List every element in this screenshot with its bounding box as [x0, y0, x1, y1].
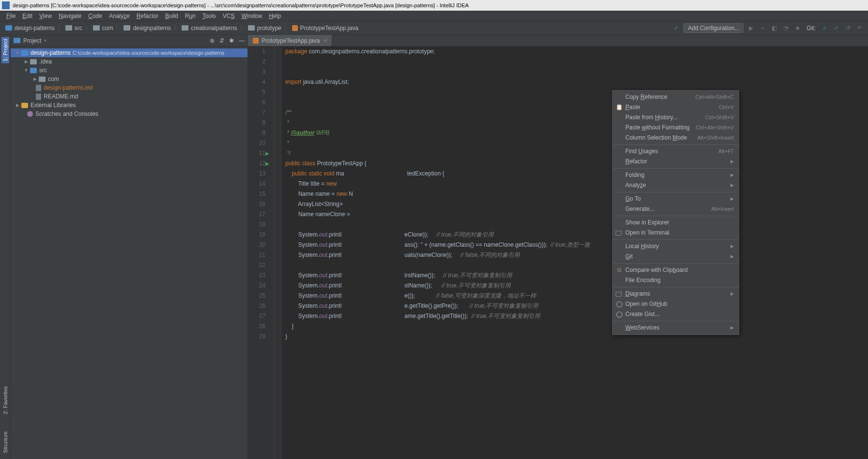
- source-folder-icon: [30, 68, 37, 73]
- menu-tools[interactable]: Tools: [199, 13, 219, 19]
- add-configuration-button[interactable]: Add Configuration...: [683, 23, 744, 33]
- collapse-all-icon[interactable]: ⇵: [219, 37, 224, 44]
- breadcrumb-com[interactable]: com: [92, 25, 115, 32]
- commit-icon[interactable]: ✓: [832, 24, 841, 32]
- git-label: Git:: [806, 25, 816, 32]
- breadcrumb-src[interactable]: src: [64, 25, 84, 32]
- ctx-local-history[interactable]: Local History▶: [613, 241, 739, 252]
- menu-code[interactable]: Code: [85, 13, 106, 19]
- ctx-open-in-terminal[interactable]: Open in Terminal: [613, 228, 739, 238]
- folder-icon: [30, 59, 37, 64]
- menu-help[interactable]: Help: [265, 13, 284, 19]
- ctx-git[interactable]: Git▶: [613, 252, 739, 262]
- library-icon: [21, 103, 28, 108]
- run-icon[interactable]: ▶: [746, 24, 755, 32]
- debug-icon[interactable]: ⌁: [758, 24, 767, 32]
- breadcrumb-prototype[interactable]: prototype: [247, 25, 283, 32]
- menu-window[interactable]: Window: [238, 13, 265, 19]
- editor-context-menu: Copy ReferenceCtrl+Alt+Shift+C📋PasteCtrl…: [612, 90, 739, 335]
- tool-tab-structure[interactable]: Structure: [2, 429, 8, 455]
- ctx-analyze[interactable]: Analyze▶: [613, 180, 739, 190]
- menu-run[interactable]: Run: [182, 13, 199, 19]
- breadcrumb-creational[interactable]: creationalpatterns: [180, 25, 238, 32]
- menu-edit[interactable]: Edit: [19, 13, 36, 19]
- revert-icon[interactable]: ↶: [855, 24, 864, 32]
- ctx-webservices[interactable]: WebServices▶: [613, 323, 739, 333]
- close-tab-icon[interactable]: ×: [324, 37, 327, 44]
- scroll-from-source-icon[interactable]: ⊕: [210, 37, 215, 44]
- gh-icon: ◯: [616, 301, 622, 308]
- tree-iml[interactable]: design-patterns.iml: [11, 83, 248, 92]
- clip-icon: ⧉: [616, 267, 622, 274]
- tree-idea[interactable]: ▶.idea: [11, 57, 248, 66]
- tree-readme[interactable]: README.md: [11, 92, 248, 101]
- coverage-icon[interactable]: ◧: [770, 24, 778, 32]
- update-project-icon[interactable]: ✓: [821, 24, 829, 32]
- tool-window-bar-left: 1: Project 2: Favorites Structure: [0, 35, 11, 459]
- ctx-compare-with-clipboard[interactable]: ⧉Compare with Clipboard: [613, 265, 739, 275]
- line-gutter[interactable]: 1234 5678 910 11▶ 12▶ 13141516 17181920 …: [248, 47, 275, 459]
- folder-icon: [65, 25, 72, 31]
- ctx-go-to[interactable]: Go To▶: [613, 194, 739, 204]
- ctx-diagrams[interactable]: Diagrams▶: [613, 289, 739, 299]
- ctx-create-gist-[interactable]: ◯Create Gist...: [613, 309, 739, 319]
- breadcrumb-root[interactable]: design-patterns: [4, 25, 56, 32]
- ctx-paste-from-history-[interactable]: Paste from History...Ctrl+Shift+V: [613, 112, 739, 123]
- ctx-open-on-github[interactable]: ◯Open on GitHub: [613, 299, 739, 309]
- ctx-copy-reference[interactable]: Copy ReferenceCtrl+Alt+Shift+C: [613, 92, 739, 102]
- window-title-bar: design-patterns [C:\code-workspace\idea-…: [0, 0, 868, 11]
- menu-file[interactable]: File: [3, 13, 19, 19]
- tree-external-libs[interactable]: ▶External Libraries: [11, 101, 248, 110]
- fold-strip[interactable]: [275, 47, 281, 459]
- package-icon: [39, 77, 46, 82]
- scratch-icon: [27, 111, 33, 117]
- project-tree[interactable]: ▼ design-patternsC:\code-workspace\idea-…: [11, 47, 248, 120]
- module-icon: [21, 50, 28, 56]
- stop-icon[interactable]: ■: [793, 24, 802, 32]
- menu-navigate[interactable]: Navigate: [55, 13, 85, 19]
- main-menu-bar: File Edit View Navigate Code Analyze Ref…: [0, 11, 868, 21]
- build-icon[interactable]: ✓: [672, 24, 681, 32]
- ctx-file-encoding[interactable]: File Encoding: [613, 275, 739, 285]
- ctx-generate-[interactable]: Generate...Alt+Insert: [613, 204, 739, 214]
- breadcrumb-file[interactable]: PrototypeTestApp.java: [291, 25, 360, 32]
- menu-build[interactable]: Build: [162, 13, 182, 19]
- project-view-label[interactable]: Project: [23, 37, 41, 44]
- tool-tab-project[interactable]: 1: Project: [1, 37, 9, 63]
- settings-icon[interactable]: ✱: [229, 37, 234, 44]
- ctx-refactor[interactable]: Refactor▶: [613, 157, 739, 167]
- chevron-down-icon[interactable]: ▼: [43, 38, 47, 43]
- tab-prototype-test[interactable]: PrototypeTestApp.java ×: [248, 35, 332, 46]
- menu-view[interactable]: View: [36, 13, 55, 19]
- tool-tab-favorites[interactable]: 2: Favorites: [2, 384, 8, 416]
- term-icon: [616, 231, 621, 236]
- project-header: Project ▼ ⊕ ⇵ ✱ —: [11, 35, 248, 47]
- tree-scratches[interactable]: Scratches and Consoles: [11, 110, 248, 118]
- ctx-show-in-explorer[interactable]: Show in Explorer: [613, 218, 739, 228]
- run-gutter-icon[interactable]: ▶: [265, 158, 269, 169]
- hide-icon[interactable]: —: [239, 37, 245, 44]
- code-content[interactable]: package com.designpatterns.creationalpat…: [281, 47, 868, 459]
- tree-src[interactable]: ▼src: [11, 66, 248, 75]
- ctx-paste[interactable]: 📋PasteCtrl+V: [613, 102, 739, 112]
- module-icon: [5, 25, 12, 31]
- folder-icon: [248, 25, 255, 31]
- history-icon[interactable]: ↺: [844, 24, 852, 32]
- run-gutter-icon[interactable]: ▶: [265, 148, 269, 158]
- ctx-find-usages[interactable]: Find UsagesAlt+F7: [613, 146, 739, 157]
- ctx-column-selection-mode[interactable]: Column Selection ModeAlt+Shift+Insert: [613, 133, 739, 143]
- menu-vcs[interactable]: VCS: [219, 13, 238, 19]
- tree-com[interactable]: ▶com: [11, 75, 248, 83]
- tree-root[interactable]: ▼ design-patternsC:\code-workspace\idea-…: [11, 48, 248, 57]
- java-class-icon: [253, 38, 259, 44]
- project-tool-window: Project ▼ ⊕ ⇵ ✱ — ▼ design-patternsC:\co…: [11, 35, 248, 459]
- ctx-folding[interactable]: Folding▶: [613, 170, 739, 180]
- menu-analyze[interactable]: Analyze: [106, 13, 133, 19]
- profile-icon[interactable]: ◔: [781, 24, 790, 32]
- app-icon: [2, 1, 10, 9]
- breadcrumb-designpatterns[interactable]: designpatterns: [122, 25, 172, 32]
- code-editor[interactable]: 1234 5678 910 11▶ 12▶ 13141516 17181920 …: [248, 47, 868, 459]
- menu-refactor[interactable]: Refactor: [133, 13, 162, 19]
- ctx-paste-without-formatting[interactable]: Paste without FormattingCtrl+Alt+Shift+V: [613, 123, 739, 133]
- diag-icon: [616, 292, 621, 297]
